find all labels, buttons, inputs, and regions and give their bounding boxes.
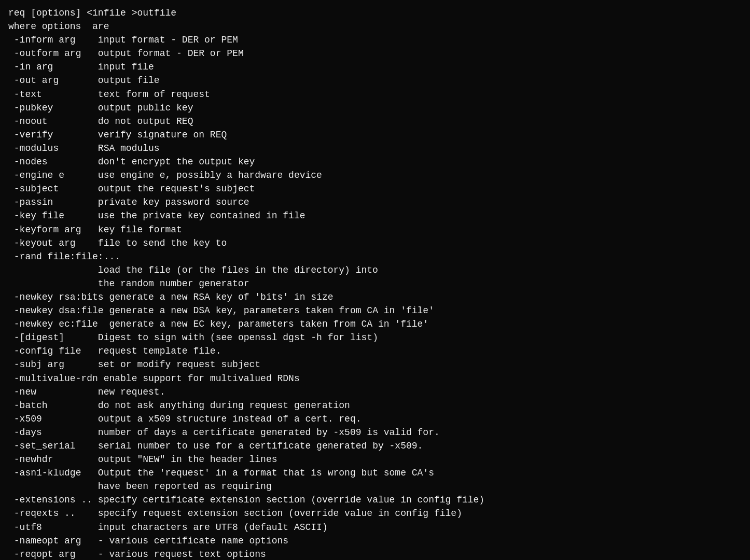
- terminal-output: req [options] <infile >outfile where opt…: [8, 6, 742, 560]
